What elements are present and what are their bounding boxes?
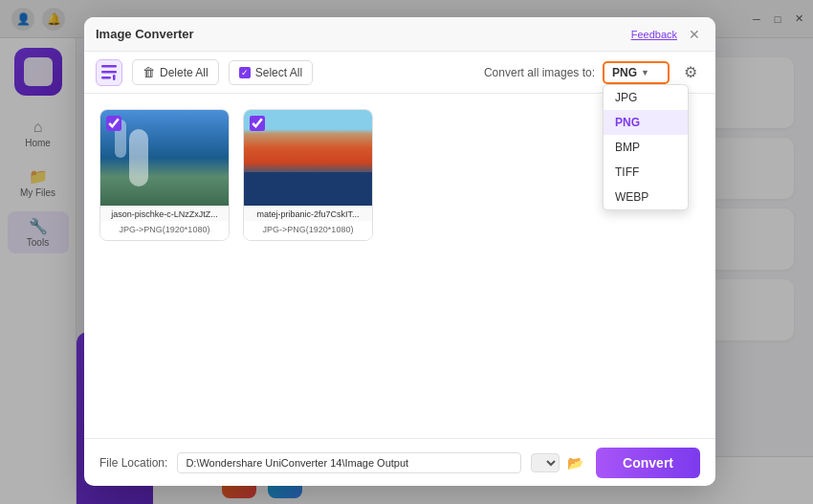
browse-folder-button[interactable]: 📂 [563, 451, 586, 474]
svg-rect-3 [113, 75, 116, 80]
convert-all-label: Convert all images to: [484, 66, 595, 79]
format-option-jpg[interactable]: JPG [604, 85, 688, 110]
format-option-png[interactable]: PNG [604, 110, 688, 135]
file-location-input[interactable] [177, 452, 521, 473]
select-all-button[interactable]: ✓ Select All [229, 60, 313, 85]
image-card-1: jason-pischke-c-LNzZxJtZ... JPG->PNG(192… [99, 109, 230, 241]
format-option-tiff[interactable]: TIFF [604, 160, 688, 185]
svg-rect-0 [101, 71, 117, 74]
feedback-link[interactable]: Feedback [631, 29, 677, 40]
convert-button[interactable]: Convert [596, 448, 700, 478]
format-dropdown-menu: JPG PNG BMP TIFF WEBP [603, 84, 689, 210]
location-dropdown[interactable] [531, 453, 560, 472]
add-images-button[interactable] [96, 59, 122, 86]
format-dropdown[interactable]: PNG ▼ [603, 61, 670, 84]
image-card-2: matej-pribanic-2fu7CskIT... JPG->PNG(192… [243, 109, 373, 241]
delete-all-label: Delete All [160, 66, 209, 79]
toolbar-right: Convert all images to: PNG ▼ JPG PNG BMP… [484, 59, 704, 86]
image-card-2-filename: matej-pribanic-2fu7CskIT... [244, 206, 372, 221]
app-background: 👤 🔔 ─ □ ✕ ⌂ Home 📁 My Files 🔧 Too [0, 0, 813, 504]
image-card-2-checkbox[interactable] [250, 116, 265, 131]
select-checkbox-icon: ✓ [239, 67, 251, 78]
image-card-1-label: JPG->PNG(1920*1080) [100, 221, 229, 240]
format-option-webp[interactable]: WEBP [604, 185, 688, 209]
format-option-bmp[interactable]: BMP [604, 135, 688, 160]
format-dropdown-wrapper: PNG ▼ JPG PNG BMP TIFF WEBP [603, 61, 670, 84]
delete-icon: 🗑 [143, 65, 155, 79]
svg-rect-1 [101, 65, 117, 68]
modal-toolbar: 🗑 Delete All ✓ Select All Convert all im… [84, 52, 715, 94]
file-location-label: File Location: [99, 456, 167, 470]
dropdown-arrow-icon: ▼ [641, 68, 649, 77]
modal-title: Image Converter [96, 27, 194, 41]
format-selected-value: PNG [612, 66, 637, 79]
image-card-2-label: JPG->PNG(1920*1080) [244, 221, 372, 240]
image-converter-modal: Image Converter Feedback ✕ 🗑 Delete All [84, 17, 715, 486]
modal-footer: File Location: 📂 Convert [84, 438, 715, 486]
modal-close-button[interactable]: ✕ [685, 25, 704, 44]
image-card-1-checkbox[interactable] [106, 116, 121, 131]
svg-rect-2 [101, 77, 111, 79]
settings-button[interactable]: ⚙ [677, 59, 704, 86]
modal-titlebar: Image Converter Feedback ✕ [84, 17, 715, 52]
select-all-label: Select All [255, 66, 302, 79]
image-card-1-filename: jason-pischke-c-LNzZxJtZ... [100, 206, 229, 221]
delete-all-button[interactable]: 🗑 Delete All [132, 59, 219, 85]
